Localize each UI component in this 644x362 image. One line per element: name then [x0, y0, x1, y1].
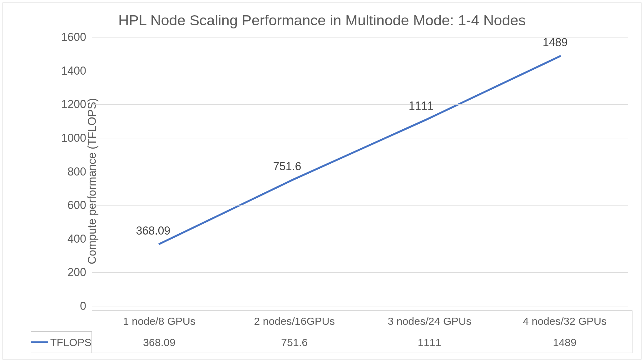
gridline [92, 138, 628, 138]
data-table-header-row: 1 node/8 GPUs 2 nodes/16GPUs 3 nodes/24 … [31, 310, 632, 332]
data-table-header-cell: 4 nodes/32 GPUs [497, 310, 632, 332]
data-table-header-cell: 1 node/8 GPUs [92, 310, 227, 332]
data-table-header-cell: 2 nodes/16GPUs [227, 310, 362, 332]
plot-area: 02004006008001000120014001600368.09751.6… [92, 37, 628, 306]
data-table-value-row: TFLOPS 368.09 751.6 1111 1489 [31, 332, 632, 353]
data-table-value-cell: 1111 [362, 332, 498, 353]
data-label: 1111 [409, 99, 433, 112]
legend-label: TFLOPS [50, 336, 92, 349]
data-table-value-cell: 368.09 [92, 332, 227, 353]
gridline [92, 205, 628, 206]
y-tick-label: 1200 [58, 98, 86, 111]
chart-body: 02004006008001000120014001600368.09751.6… [31, 37, 632, 306]
y-tick-label: 400 [58, 232, 86, 245]
y-tick-label: 200 [58, 266, 86, 279]
data-table-corner [31, 310, 92, 332]
chart-title: HPL Node Scaling Performance in Multinod… [3, 3, 641, 34]
y-tick-label: 1400 [58, 64, 86, 77]
data-table-value-cell: 751.6 [227, 332, 362, 353]
legend-line-icon [31, 341, 48, 343]
y-tick-label: 1600 [58, 31, 86, 44]
gridline [92, 272, 628, 273]
gridline [92, 172, 628, 172]
gridline [92, 104, 628, 105]
data-table: 1 node/8 GPUs 2 nodes/16GPUs 3 nodes/24 … [31, 310, 632, 353]
y-tick-label: 600 [58, 199, 86, 212]
data-table-value-cell: 1489 [497, 332, 632, 353]
data-label: 368.09 [136, 224, 170, 237]
legend-entry: TFLOPS [31, 332, 92, 353]
gridline [92, 71, 628, 71]
gridline [92, 306, 628, 306]
chart-container: HPL Node Scaling Performance in Multinod… [2, 2, 642, 360]
gridline [92, 239, 628, 239]
y-tick-label: 800 [58, 165, 86, 178]
data-table-header-cell: 3 nodes/24 GPUs [362, 310, 498, 332]
y-tick-label: 1000 [58, 131, 86, 145]
data-label: 1489 [542, 36, 567, 49]
data-label: 751.6 [273, 160, 301, 173]
